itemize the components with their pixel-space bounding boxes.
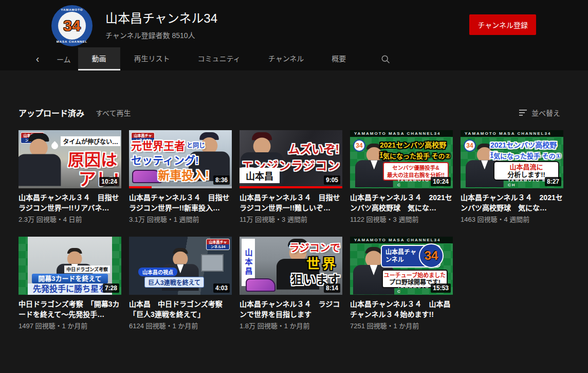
videos-page: アップロード済み すべて再生 並べ替え 山本昌チャンネル34 タイムが伸びない…… bbox=[0, 70, 588, 331]
video-title[interactable]: 山本昌チャンネル３４ 2021センバツ高校野球 気にな… bbox=[461, 192, 563, 213]
tabs-scroll-left-button[interactable]: ‹ bbox=[26, 47, 49, 70]
video-meta: 3.1万 回視聴・1 週間前 bbox=[129, 215, 232, 224]
duration-badge: 8:27 bbox=[545, 177, 561, 186]
thumb-banner: 開幕3カードを終えて bbox=[32, 274, 108, 283]
avatar-ring-bottom-text: MASA CHANNEL bbox=[57, 40, 87, 43]
video-meta: 11万 回視聴・3 週間前 bbox=[240, 215, 342, 224]
thumb-channel-banner: YAMAMOTO MASA CHANNEL34 bbox=[350, 130, 453, 137]
thumb-text: 気になった投手 その② bbox=[383, 151, 451, 161]
studio-monitor bbox=[201, 254, 224, 272]
thumb-text: 山本昌 bbox=[240, 168, 280, 183]
thumb-text: 山本昌流に bbox=[495, 163, 557, 171]
video-card: ムズいぞ! エンジンラジコン 山本昌 9:05 山本昌チャンネル３４ 目指せラジ… bbox=[240, 130, 342, 224]
thumb-text: タイムが伸びない… bbox=[61, 136, 120, 146]
video-thumbnail[interactable]: ムズいぞ! エンジンラジコン 山本昌 9:05 bbox=[240, 130, 342, 188]
tab-playlists[interactable]: 再生リスト bbox=[120, 47, 184, 70]
video-meta: 6124 回視聴・1 か月前 bbox=[129, 322, 232, 331]
video-title[interactable]: 山本昌チャンネル３４ 目指せラジコン世界一!!リアバネ… bbox=[19, 192, 121, 213]
channel-search-button[interactable] bbox=[368, 47, 403, 70]
duration-badge: 10:24 bbox=[431, 177, 451, 186]
rc-car-graphic bbox=[246, 278, 275, 292]
video-grid: 山本昌チャンネル34 タイムが伸びない… 原因は アレ! 10:24 山本昌チャ… bbox=[19, 130, 563, 331]
video-card: YAMAMOTO MASA CHANNEL34 山本昌チャンネル 34 ユーチュ… bbox=[350, 237, 453, 331]
avatar-core: 34 bbox=[58, 12, 86, 40]
thumb-text: ラジコンで bbox=[289, 240, 340, 255]
video-thumbnail[interactable]: 山本昌チャンネル34 タイムが伸びない… 原因は アレ! 10:24 bbox=[19, 130, 121, 188]
video-card: 山本昌チャンネル34 タイムが伸びない… 原因は アレ! 10:24 山本昌チャ… bbox=[19, 130, 121, 224]
video-card: YAMAMOTO MASA CHANNEL34 34 2021センバツ高校野球 … bbox=[350, 130, 453, 224]
thumb-text: 気になった投手 その① bbox=[493, 151, 561, 161]
video-title[interactable]: 山本昌チャンネル３４ 2021センバツ高校野球 気にな… bbox=[350, 192, 453, 213]
thumb-text: セッティング! bbox=[131, 152, 199, 167]
subscribe-button[interactable]: チャンネル登録 bbox=[469, 14, 536, 35]
video-title[interactable]: 山本昌 中日ドラゴンズ考察「巨人3連戦を終えて」 bbox=[129, 299, 232, 319]
sort-lines-icon bbox=[519, 110, 527, 116]
thumb-text: ユーチューブ始めました bbox=[383, 272, 446, 279]
video-meta: 7251 回視聴・1 か月前 bbox=[350, 322, 453, 331]
duration-badge: 4:03 bbox=[213, 283, 230, 293]
video-thumbnail[interactable]: 山本昌チャンネル34 山本昌の視点 巨人3連戦を終えて 4:03 bbox=[129, 237, 232, 295]
video-thumbnail[interactable]: YAMAMOTO MASA CHANNEL34 34 2021センバツ高校野球 … bbox=[350, 130, 453, 188]
video-title[interactable]: 中日ドラゴンズ考察 「開幕3カードを終えて～先発投手… bbox=[19, 299, 121, 319]
duration-badge: 8:36 bbox=[213, 175, 230, 185]
channel-logo-watermark: 山本昌チャンネル34 bbox=[206, 239, 230, 250]
thumb-text: 新車投入! bbox=[158, 166, 209, 183]
video-meta: 2.3万 回視聴・4 日前 bbox=[19, 215, 121, 224]
thumb-text: 山本昌の視点 bbox=[138, 268, 177, 276]
video-title[interactable]: 山本昌チャンネル３４ 目指せラジコン世界一!!難しいぞ… bbox=[240, 192, 342, 213]
video-meta: 1122 回視聴・3 週間前 bbox=[350, 215, 453, 224]
channel-name: 山本昌チャンネル34 bbox=[105, 11, 217, 26]
thumb-channel-banner: YAMAMOTO MASA CHANNEL34 bbox=[461, 130, 563, 137]
video-title[interactable]: 山本昌チャンネル３４ ラジコンで世界を目指します bbox=[240, 299, 342, 319]
video-thumbnail[interactable]: 山本昌チャンネル34 元世界王者 と同じ セッティング! 新車投入! 8:36 bbox=[129, 130, 232, 188]
uploads-section-title: アップロード済み bbox=[19, 106, 84, 119]
video-thumbnail[interactable]: YAMAMOTO MASA CHANNEL34 34 2021センバツ高校野球 … bbox=[461, 130, 563, 188]
thumb-text: 元世界王者 bbox=[131, 137, 185, 153]
video-title[interactable]: 山本昌チャンネル３４ 目指せラジコン世界一!!新車投入… bbox=[129, 192, 232, 213]
duration-badge: 15:53 bbox=[431, 283, 451, 293]
watch-progress-bar bbox=[129, 186, 232, 188]
video-meta: 1497 回視聴・1 か月前 bbox=[19, 322, 121, 331]
video-meta: 1463 回視聴・4 週間前 bbox=[461, 215, 563, 224]
duration-badge: 7:28 bbox=[103, 283, 119, 293]
tab-about[interactable]: 概要 bbox=[318, 47, 360, 70]
sort-label: 並べ替え bbox=[531, 108, 560, 118]
uploads-header-row: アップロード済み すべて再生 並べ替え bbox=[19, 106, 563, 119]
duration-badge: 9:05 bbox=[324, 175, 340, 185]
thumb-text: ムズいぞ! bbox=[288, 139, 339, 157]
tab-community[interactable]: コミュニティ bbox=[184, 47, 254, 70]
channel-tabs: ‹ ーム 動画 再生リスト コミュニティ チャンネル 概要 bbox=[0, 47, 588, 70]
video-title[interactable]: 山本昌チャンネル３４ 山本昌チャンネル３４始めます!! bbox=[350, 299, 453, 319]
search-icon bbox=[380, 54, 391, 64]
thumb-logo-box: 山本昌チャンネル 34 bbox=[381, 245, 440, 268]
avatar-ring-top-text: YAMAMOTO bbox=[61, 8, 83, 11]
video-card: 山本昌チャンネル34 元世界王者 と同じ セッティング! 新車投入! 8:36 … bbox=[129, 130, 232, 224]
video-thumbnail[interactable]: 山本昌 ラジコンで 世界 狙います 8:14 bbox=[240, 237, 342, 295]
thumb-text: と同じ bbox=[187, 140, 205, 149]
video-thumbnail[interactable]: YAMAMOTO MASA CHANNEL34 山本昌チャンネル 34 ユーチュ… bbox=[350, 237, 453, 295]
duration-badge: 8:14 bbox=[324, 283, 340, 293]
sort-button[interactable]: 並べ替え bbox=[516, 107, 563, 118]
tab-channels[interactable]: チャンネル bbox=[254, 47, 318, 70]
thumb-channel-banner: YAMAMOTO MASA CHANNEL34 bbox=[350, 237, 453, 243]
thumb-text: 山本昌チャンネル bbox=[385, 248, 416, 263]
thumb-banner: 先発投手に勝ち星を bbox=[28, 283, 112, 295]
thumb-text: 中日ドラゴンズ考察 bbox=[64, 265, 110, 273]
video-card: 山本昌 ラジコンで 世界 狙います 8:14 山本昌チャンネル３４ ラジコンで世… bbox=[240, 237, 342, 331]
subscriber-count: チャンネル登録者数 8510人 bbox=[105, 30, 217, 40]
thumb-banner: 巨人3連戦を終えて bbox=[144, 277, 204, 288]
video-card: YAMAMOTO MASA CHANNEL34 34 2021センバツ高校野球 … bbox=[461, 130, 563, 224]
thumb-text: センバツ優勝投手& bbox=[385, 164, 447, 171]
channel-avatar: YAMAMOTO 34 MASA CHANNEL bbox=[51, 5, 93, 46]
play-all-link[interactable]: すべて再生 bbox=[96, 108, 131, 118]
video-meta: 1.8万 回視聴・1 か月前 bbox=[240, 322, 342, 331]
avatar-number: 34 bbox=[63, 17, 80, 34]
tab-home-clipped[interactable]: ーム bbox=[49, 47, 78, 70]
channel-header: YAMAMOTO 34 MASA CHANNEL 山本昌チャンネル34 チャンネ… bbox=[0, 0, 588, 47]
video-thumbnail[interactable]: 中日ドラゴンズ考察 開幕3カードを終えて 先発投手に勝ち星を 7:28 bbox=[19, 237, 121, 295]
duration-badge: 10:24 bbox=[99, 177, 119, 186]
watch-progress-bar bbox=[240, 186, 342, 188]
tab-videos[interactable]: 動画 bbox=[78, 47, 120, 70]
video-card: 山本昌チャンネル34 山本昌の視点 巨人3連戦を終えて 4:03 山本昌 中日ド… bbox=[129, 237, 232, 331]
channel-info: 山本昌チャンネル34 チャンネル登録者数 8510人 bbox=[105, 11, 217, 40]
